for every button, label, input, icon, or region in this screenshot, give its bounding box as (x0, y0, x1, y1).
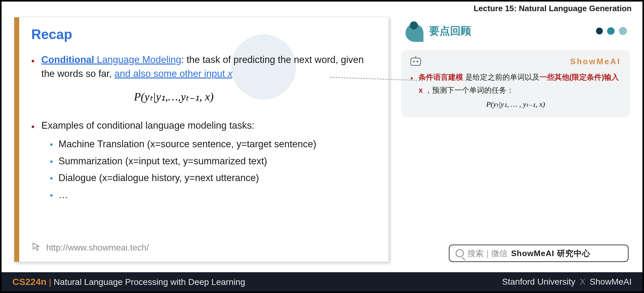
footer-x: X (580, 277, 585, 286)
term-link-cont[interactable]: Language Modeling (94, 54, 181, 65)
notes-panel: 要点回顾 ShowMeAI • 条件语言建模 是给定之前的单词以及一些其他(限定… (401, 17, 630, 262)
bullet-dot-icon: • (31, 120, 35, 134)
lecture-header: Lecture 15: Natural Language Generation (2, 2, 642, 16)
bullet-dot-icon: • (410, 72, 413, 85)
brand-label: ShowMeAI (570, 57, 621, 66)
search-brand: ShowMeAI 研究中心 (511, 248, 590, 259)
sub-bullet-dot-icon: • (50, 189, 53, 202)
term-link[interactable]: Conditional (42, 54, 94, 65)
sub-bullet-dot-icon: • (50, 155, 53, 168)
term-link-2[interactable]: and also some other input (115, 68, 228, 79)
sub-bullet-item: • … (50, 188, 376, 202)
cursor-icon (31, 241, 42, 254)
sub-bullet-text: … (59, 188, 68, 202)
dot-icon (619, 27, 627, 35)
notes-title-left: 要点回顾 (401, 21, 471, 41)
footer-left: CS224n | Natural Language Processing wit… (12, 277, 245, 287)
slide-title: Recap (31, 27, 376, 42)
sub-bullet-text: Dialogue (x=dialogue history, y=next utt… (59, 171, 259, 185)
bullet-item: • Conditional Language Modeling: the tas… (31, 53, 376, 81)
slide-panel: Recap • Conditional Language Modeling: t… (14, 17, 389, 262)
decorative-shape-icon (401, 21, 423, 41)
bullet-item: • Examples of conditional language model… (31, 119, 376, 134)
search-prefix: 搜索｜微信 (467, 248, 507, 259)
lecture-title: Lecture 15: Natural Language Generation (474, 4, 632, 13)
main-area: Recap • Conditional Language Modeling: t… (14, 17, 630, 262)
dot-icon (596, 28, 603, 34)
formula: P(yₜ|y₁,…,yₜ₋₁, x) (112, 90, 236, 103)
note-bullet: • 条件语言建模 是给定之前的单词以及一些其他(限定条件)输入 x ，预测下一个… (410, 71, 621, 97)
footer-right: Stanford University X ShowMeAI (502, 277, 632, 287)
notes-title: 要点回顾 (429, 24, 471, 38)
note-text-part: ，预测下一个单词的任务： (425, 86, 514, 94)
note-term: 条件语言建模 (418, 73, 463, 81)
slide-content: Recap • Conditional Language Modeling: t… (31, 27, 376, 252)
sub-bullet-item: • Dialogue (x=dialogue history, y=next u… (50, 171, 376, 185)
notes-title-row: 要点回顾 (401, 21, 630, 41)
bullet-text: Conditional Language Modeling: the task … (42, 53, 376, 81)
bullet-text: Examples of conditional language modelin… (42, 119, 255, 133)
note-box: ShowMeAI • 条件语言建模 是给定之前的单词以及一些其他(限定条件)输入… (401, 50, 630, 117)
footer-org-a: Stanford University (502, 277, 576, 286)
slide-footer: http://www.showmeai.tech/ (31, 241, 149, 254)
term-link-2-x[interactable]: x (228, 68, 233, 79)
sub-bullet-text: Machine Translation (x=source sentence, … (59, 137, 316, 152)
sub-bullet-dot-icon: • (50, 172, 53, 185)
page-frame: Lecture 15: Natural Language Generation … (2, 2, 642, 291)
note-formula: P(yₜ|y₁, … , yₜ₋₁, x) (410, 100, 621, 109)
footer-bar: CS224n | Natural Language Processing wit… (2, 272, 642, 291)
search-icon (456, 249, 464, 257)
sub-bullet-item: • Summarization (x=input text, y=summari… (50, 154, 376, 169)
sub-bullet-dot-icon: • (50, 138, 53, 151)
divider: | (49, 277, 51, 287)
decorative-dots (596, 27, 627, 35)
sub-bullet-item: • Machine Translation (x=source sentence… (50, 137, 376, 152)
bullet-dot-icon: • (31, 54, 35, 68)
note-text: 条件语言建模 是给定之前的单词以及一些其他(限定条件)输入 x ，预测下一个单词… (418, 71, 621, 97)
note-head: ShowMeAI (410, 57, 621, 66)
course-name: Natural Language Processing with Deep Le… (54, 277, 245, 287)
sub-bullet-text: Summarization (x=input text, y=summarize… (59, 154, 267, 169)
slide-accent-bar (14, 17, 19, 262)
footer-link[interactable]: http://www.showmeai.tech/ (46, 243, 149, 253)
search-box[interactable]: 搜索｜微信 ShowMeAI 研究中心 (449, 245, 629, 262)
footer-org-b: ShowMeAI (590, 277, 632, 286)
robot-icon (410, 58, 421, 66)
bullet-list: • Conditional Language Modeling: the tas… (31, 53, 376, 202)
dot-icon (607, 27, 615, 35)
course-code: CS224n (12, 277, 46, 287)
note-text-part: 是给定之前的单词以及 (463, 73, 540, 81)
